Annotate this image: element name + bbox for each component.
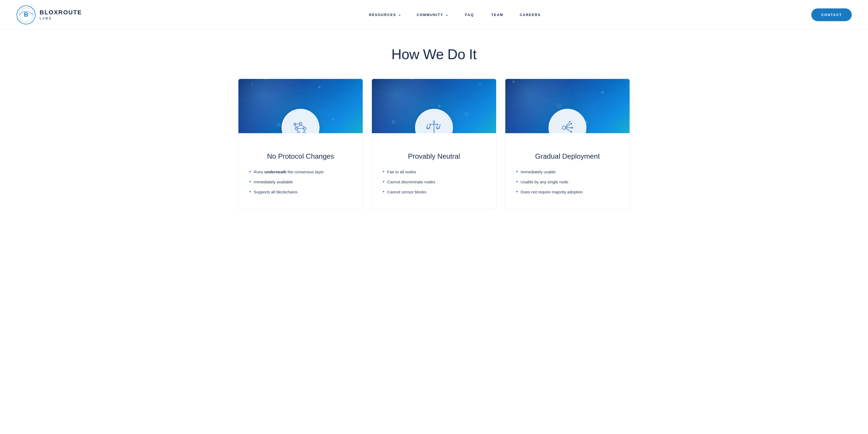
svg-point-14	[277, 123, 281, 127]
card-banner-3	[505, 79, 629, 133]
card-body-2: Provably Neutral Fair to all nodes Canno…	[372, 133, 496, 209]
svg-point-51	[557, 103, 562, 109]
card-body-1: No Protocol Changes Runs underneath the …	[239, 133, 363, 209]
nav-item-faq[interactable]: FAQ	[456, 13, 483, 17]
svg-point-42	[433, 121, 435, 122]
list-item: Cannot discriminate nodes	[383, 178, 485, 186]
svg-point-32	[438, 105, 441, 107]
network-icon	[291, 118, 310, 133]
scales-icon	[425, 118, 443, 133]
nav-item-resources[interactable]: RESOURCES ▲	[361, 13, 409, 17]
svg-point-13	[361, 94, 363, 97]
svg-line-22	[301, 125, 305, 127]
svg-line-5	[239, 87, 319, 101]
svg-line-44	[559, 79, 629, 111]
card-gradual-deployment: Gradual Deployment Immediately usable Us…	[505, 79, 630, 209]
list-item: Runs underneath the consensus layer	[249, 168, 352, 176]
main-nav: RESOURCES ▲ COMMUNITY ▲ FAQ TEAM CAREERS	[104, 13, 806, 17]
svg-point-47	[513, 81, 515, 83]
list-item: Fair to all nodes	[383, 168, 485, 176]
card-banner-2	[372, 79, 496, 133]
svg-point-8	[251, 84, 253, 85]
svg-line-27	[295, 125, 297, 127]
logo-sub: LABS	[40, 17, 82, 20]
svg-point-18	[297, 132, 300, 133]
card-title-1: No Protocol Changes	[249, 152, 352, 161]
logo-link[interactable]: B BLOXROUTE LABS	[16, 5, 82, 25]
list-item: Does not require majority adoption	[516, 188, 619, 195]
svg-text:B: B	[24, 11, 28, 18]
list-item: Supports all blockchains	[249, 188, 352, 195]
nav-item-careers[interactable]: CAREERS	[512, 13, 549, 17]
svg-point-19	[303, 132, 305, 133]
svg-point-10	[265, 79, 267, 80]
list-item: Cannot censor blocks	[383, 188, 485, 195]
nav-item-team[interactable]: TEAM	[483, 13, 512, 17]
card-list-1: Runs underneath the consensus layer Imme…	[249, 168, 352, 195]
list-item: Usable by any single node	[516, 178, 619, 186]
site-header: B BLOXROUTE LABS RESOURCES ▲ COMMUNITY ▲…	[0, 0, 868, 30]
broadcast-icon	[558, 118, 577, 133]
svg-line-23	[297, 130, 299, 132]
nav-item-community[interactable]: COMMUNITY ▲	[409, 13, 456, 17]
svg-line-45	[505, 93, 602, 106]
card-title-2: Provably Neutral	[383, 152, 485, 161]
cards-container: No Protocol Changes Runs underneath the …	[230, 79, 638, 209]
logo-icon: B	[16, 5, 36, 25]
svg-point-33	[411, 79, 413, 80]
list-item: Immediately usable	[516, 168, 619, 176]
card-list-3: Immediately usable Usable by any single …	[516, 168, 619, 195]
svg-line-3	[252, 84, 292, 112]
main-content: How We Do It	[0, 30, 868, 231]
svg-point-50	[628, 86, 629, 88]
svg-line-28	[372, 90, 439, 106]
card-title-3: Gradual Deployment	[516, 152, 619, 161]
svg-point-34	[479, 83, 481, 86]
section-title: How We Do It	[16, 46, 852, 62]
card-provably-neutral: Provably Neutral Fair to all nodes Canno…	[372, 79, 496, 209]
card-body-3: Gradual Deployment Immediately usable Us…	[505, 133, 629, 209]
chevron-down-icon: ▲	[398, 13, 401, 16]
svg-line-21	[297, 125, 301, 127]
svg-point-11	[332, 118, 334, 121]
svg-point-12	[318, 86, 321, 88]
card-list-2: Fair to all nodes Cannot discriminate no…	[383, 168, 485, 195]
list-item: Immediately available	[249, 178, 352, 186]
card-no-protocol: No Protocol Changes Runs underneath the …	[238, 79, 363, 209]
svg-point-35	[392, 120, 396, 124]
svg-point-52	[562, 126, 565, 129]
svg-marker-56	[571, 127, 573, 129]
contact-button[interactable]: CONTACT	[811, 8, 852, 21]
svg-line-24	[304, 130, 305, 132]
svg-point-49	[601, 91, 604, 94]
logo-name: BLOXROUTE	[40, 9, 82, 16]
chevron-down-icon: ▲	[445, 13, 448, 16]
card-banner-1	[239, 79, 363, 133]
svg-point-36	[464, 112, 469, 116]
